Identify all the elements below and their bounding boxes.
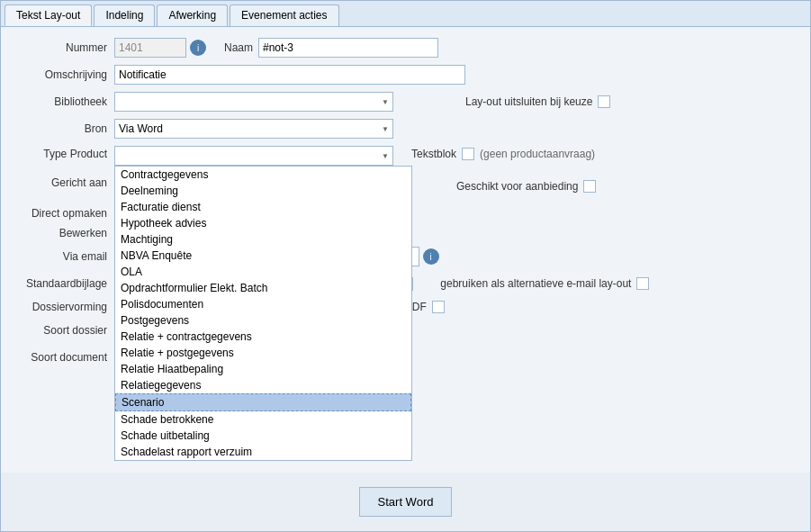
type-product-dropdown-container: ContractgegevensDeelnemingFacturatie die… [114, 146, 393, 166]
bron-value: Via Word [119, 122, 163, 135]
tab-afwerking[interactable]: Afwerking [157, 5, 228, 26]
layout-uitsluiten-label: Lay-out uitsluiten bij keuze [465, 95, 592, 108]
standaardbijlage-label: Standaardbijlage [15, 277, 114, 290]
naam-input[interactable] [258, 38, 438, 58]
list-item[interactable]: Relatiegegevens [115, 377, 411, 393]
list-item[interactable]: Facturatie dienst [115, 199, 411, 215]
list-item[interactable]: Relatie + contractgegevens [115, 329, 411, 345]
list-item[interactable]: Scenario [115, 393, 411, 411]
via-email-label: Via email [15, 250, 114, 263]
bron-label: Bron [15, 122, 114, 135]
layout-uitsluiten-checkbox[interactable] [598, 95, 610, 108]
direct-opmaken-label: Direct opmaken [15, 207, 114, 220]
omschrijving-input[interactable] [114, 65, 465, 85]
type-product-select[interactable] [114, 146, 393, 166]
naam-label: Naam [224, 41, 253, 54]
list-item[interactable]: Hypotheek advies [115, 215, 411, 231]
list-item[interactable]: Schade betrokkene [115, 411, 411, 428]
list-item[interactable]: Postgegevens [115, 312, 411, 329]
dossiervorming-label: Dossiervorming [15, 301, 114, 313]
row-bibliotheek: Bibliotheek Lay-out uitsluiten bij keuze [15, 92, 796, 112]
row-type-product: Type Product ContractgegevensDeelnemingF… [15, 146, 796, 166]
list-item[interactable]: Opdrachtformulier Elekt. Batch [115, 280, 411, 296]
bewerken-label: Bewerken [15, 227, 114, 239]
list-item[interactable]: OLA [115, 264, 411, 280]
tekstblok-label: Tekstblok [411, 148, 456, 160]
info-icon[interactable]: i [190, 40, 206, 56]
list-item[interactable]: Polisdocumenten [115, 296, 411, 312]
start-word-button[interactable]: Start Word [359, 487, 453, 517]
geschikt-aanbieding-section: Geschikt voor aanbieding [456, 173, 596, 200]
list-item[interactable]: Machtiging [115, 231, 411, 248]
list-item[interactable]: Contractgegevens [115, 167, 411, 183]
geschikt-aanbieding-label: Geschikt voor aanbieding [456, 180, 578, 193]
main-window: Tekst Lay-out Indeling Afwerking Eveneme… [0, 0, 811, 532]
nummer-input[interactable] [114, 38, 186, 58]
bibliotheek-label: Bibliotheek [15, 95, 114, 108]
gericht-aan-label: Gericht aan [15, 176, 114, 189]
omschrijving-label: Omschrijving [15, 68, 114, 81]
row-omschrijving: Omschrijving [15, 65, 796, 85]
type-product-dropdown-list: ContractgegevensDeelnemingFacturatie die… [114, 166, 412, 461]
opslaan-pdf-checkbox[interactable] [432, 301, 445, 313]
bibliotheek-select[interactable] [114, 92, 393, 112]
nummer-label: Nummer [15, 41, 114, 54]
list-item[interactable]: Schadelast rapport verzuim [115, 444, 411, 460]
bottom-bar: Start Word [1, 473, 810, 531]
bron-dropdown-container: Via Word [114, 119, 393, 139]
list-item[interactable]: Deelneming [115, 183, 411, 199]
tab-indeling[interactable]: Indeling [94, 5, 155, 26]
bibliotheek-dropdown-container [114, 92, 393, 112]
tekstblok-checkbox[interactable] [462, 148, 474, 160]
row-bron: Bron Via Word [15, 119, 796, 139]
tab-tekst-layout[interactable]: Tekst Lay-out [5, 5, 92, 26]
geen-productaanvraag-label: (geen productaanvraag) [480, 148, 595, 160]
list-item[interactable]: Relatie Hiaatbepaling [115, 361, 411, 377]
tab-evenement-acties[interactable]: Evenement acties [230, 5, 338, 26]
geschikt-aanbieding-checkbox[interactable] [583, 180, 596, 193]
form-content: Nummer i Naam Omschrijving Bibliotheek L… [1, 27, 810, 473]
tekstblok-section: Tekstblok (geen productaanvraag) [411, 146, 595, 160]
gebruiken-alternatieve-checkbox[interactable] [636, 277, 649, 290]
gebruiken-alternatieve-label: gebruiken als alternatieve e-mail lay-ou… [440, 277, 631, 290]
row-nummer-naam: Nummer i Naam [15, 38, 796, 58]
list-item[interactable]: Schade uitbetaling [115, 428, 411, 444]
type-product-label: Type Product [15, 146, 114, 160]
tab-bar: Tekst Lay-out Indeling Afwerking Eveneme… [1, 1, 810, 27]
soort-dossier-label: Soort dossier [15, 324, 114, 337]
list-item[interactable]: Relatie + postgegevens [115, 345, 411, 361]
alternatieve-email-info-icon[interactable]: i [423, 248, 439, 265]
bron-select[interactable]: Via Word [114, 119, 393, 139]
list-item[interactable]: NBVA Enquête [115, 248, 411, 264]
soort-document-label: Soort document [15, 351, 114, 364]
